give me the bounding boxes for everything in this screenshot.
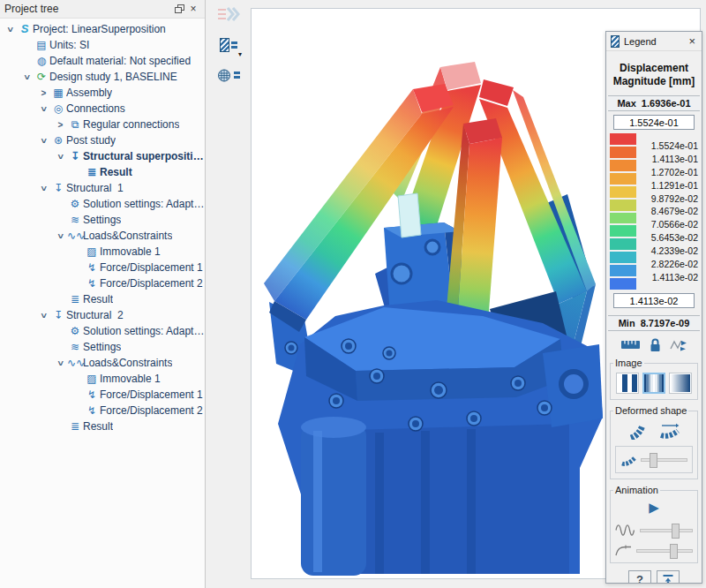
tree-row[interactable]: ↯Force/Displacement 1 <box>0 387 205 403</box>
slider-handle[interactable] <box>650 453 657 468</box>
chevron-down-icon[interactable]: > <box>5 23 15 36</box>
tree-row[interactable]: >⊛Post study <box>0 132 205 148</box>
chevron-down-icon[interactable]: > <box>56 357 65 370</box>
material-icon: ◍ <box>34 54 49 68</box>
legend-heading: Displacement Magnitude [mm] <box>606 62 702 88</box>
superpose-arrows-icon <box>216 6 241 24</box>
slider-handle[interactable] <box>670 544 678 559</box>
tree-row[interactable]: ▨Immovable 1 <box>0 371 205 387</box>
tree-row[interactable]: >⟳Design study 1, BASELINE <box>0 69 205 85</box>
global-result-button[interactable] <box>214 64 244 87</box>
tree-row[interactable]: ≣Result <box>0 164 205 180</box>
legend-panel: Legend × Displacement Magnitude [mm] Max… <box>605 31 702 584</box>
float-panel-button[interactable] <box>172 2 186 16</box>
image-style-banded-button[interactable] <box>642 373 665 394</box>
tree-row[interactable]: >SProject: LinearSuperposition <box>0 21 205 37</box>
tree-row[interactable]: ⚙Solution settings: Adapt f... <box>0 323 205 339</box>
tree-item-label: Result <box>83 420 113 433</box>
app-window: Project tree × >SProject: LinearSuperpos… <box>0 0 706 588</box>
show-deformed-button[interactable] <box>628 422 646 440</box>
connections-icon: ◎ <box>50 102 66 116</box>
tree-row[interactable]: ⚙Solution settings: Adapt f... <box>0 196 205 212</box>
tree-row[interactable]: >↧Structural 1 <box>0 180 205 196</box>
tree-row[interactable]: ◍Default material: Not specified <box>0 53 205 69</box>
tree-row[interactable]: ↯Force/Displacement 2 <box>0 403 205 418</box>
chevron-down-icon[interactable]: > <box>39 182 49 195</box>
deformed-scale-slider[interactable] <box>641 458 687 462</box>
image-style-discrete-button[interactable] <box>616 373 639 394</box>
help-button[interactable]: ? <box>628 570 651 584</box>
close-panel-button[interactable]: × <box>186 2 200 16</box>
scale-values: 1.5524e-011.4113e-011.2702e-011.1291e-01… <box>636 133 699 290</box>
lock-icon <box>649 337 662 352</box>
tree-item-label: Force/Displacement 1 <box>100 388 203 401</box>
play-animation-button[interactable]: ▶ <box>649 500 659 516</box>
discrete-bands-icon <box>618 374 637 392</box>
waves-icon: ≋ <box>67 340 83 354</box>
legend-close-button[interactable]: × <box>687 34 697 48</box>
chevron-down-icon[interactable]: > <box>56 230 65 243</box>
chevron-right-icon[interactable]: > <box>54 120 67 130</box>
dock-panel-button[interactable] <box>657 570 680 584</box>
tree-item-label: Result <box>83 293 113 305</box>
probe-button[interactable] <box>670 338 688 352</box>
speed-curve-icon <box>615 545 633 557</box>
tree-item-label: Settings <box>83 214 121 226</box>
scale-value: 2.8226e-02 <box>636 258 699 271</box>
scale-value: 5.6453e-02 <box>636 231 699 245</box>
tree-row[interactable]: ↯Force/Displacement 2 <box>0 275 205 291</box>
scale-value: 1.2702e-01 <box>636 166 699 179</box>
tree-row[interactable]: ≣Result <box>0 291 205 307</box>
scale-value: 9.8792e-02 <box>636 192 699 206</box>
tree-row[interactable]: >⧉Regular connections <box>0 117 205 132</box>
tree-row[interactable]: >∿∿Loads&Constraints <box>0 355 205 371</box>
deformed-shape-label: Deformed shape <box>613 405 688 416</box>
slider-handle[interactable] <box>672 524 680 539</box>
scale-value: 1.1291e-01 <box>636 179 699 192</box>
chevron-right-icon[interactable]: > <box>37 88 50 98</box>
result-stripes-icon <box>220 38 229 52</box>
lock-scale-button[interactable] <box>649 337 662 352</box>
immovable-icon: ▨ <box>84 372 100 386</box>
legend-tools <box>606 337 702 352</box>
gear-icon: ⚙ <box>67 324 83 338</box>
ruler-icon <box>620 339 641 351</box>
lower-bound-input[interactable] <box>613 293 695 308</box>
chevron-down-icon[interactable]: > <box>39 102 49 116</box>
color-swatch <box>610 265 636 276</box>
animation-speed-slider[interactable] <box>636 549 693 553</box>
superposition-compare-button[interactable] <box>214 4 244 26</box>
result-stripes-icon <box>611 35 620 48</box>
animation-amplitude-slider[interactable] <box>640 529 693 532</box>
chevron-down-icon[interactable]: > <box>22 71 32 84</box>
tree-row[interactable]: >▦Assembly <box>0 85 205 101</box>
immovable-icon: ▨ <box>84 245 100 259</box>
result-display-button[interactable]: ▾ <box>214 34 244 57</box>
legend-titlebar[interactable]: Legend × <box>606 32 702 51</box>
structural-icon: ↧ <box>50 308 66 322</box>
image-style-smooth-button[interactable] <box>669 373 692 394</box>
deformed-shape-group: Deformed shape <box>610 405 698 479</box>
upper-bound-input[interactable] <box>613 115 695 130</box>
tree-row[interactable]: >↧Structural 2 <box>0 307 205 323</box>
tree-row[interactable]: >↧Structural superposition 1 <box>0 148 205 164</box>
tree-row[interactable]: ▨Immovable 1 <box>0 244 205 260</box>
chevron-down-icon[interactable]: > <box>56 150 65 163</box>
chevron-down-icon[interactable]: > <box>39 309 49 322</box>
tree-row[interactable]: ≣Result <box>0 418 205 434</box>
max-value: 1.6936e-01 <box>642 98 691 109</box>
measure-button[interactable] <box>620 339 641 351</box>
tree-row[interactable]: ▤Units: SI <box>0 37 205 53</box>
tree-row[interactable]: >∿∿Loads&Constraints <box>0 228 205 244</box>
tree-row[interactable]: ↯Force/Displacement 1 <box>0 260 205 275</box>
result-icon: ≣ <box>67 419 83 433</box>
max-value-box: Max 1.6936e-01 <box>608 95 700 111</box>
sine-wave-icon <box>615 523 636 538</box>
tree-row[interactable]: >◎Connections <box>0 101 205 117</box>
chevron-down-icon[interactable]: > <box>39 134 49 147</box>
tree-row[interactable]: ≋Settings <box>0 339 205 355</box>
tree-row[interactable]: ≋Settings <box>0 212 205 228</box>
deformed-scale-button[interactable] <box>658 422 680 440</box>
smooth-gradient-icon <box>671 374 690 392</box>
post-study-icon: ⊛ <box>50 133 66 147</box>
